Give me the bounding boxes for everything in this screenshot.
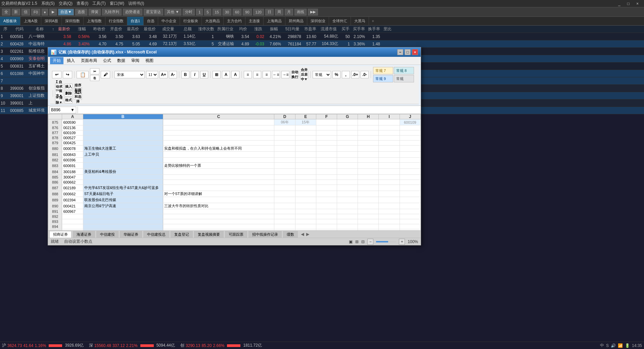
underline-btn[interactable]: U	[200, 71, 208, 78]
cell-885-A[interactable]: 300047	[62, 175, 83, 180]
cell-884-D[interactable]	[274, 169, 295, 175]
cell-888-A[interactable]: 000662	[62, 191, 83, 197]
excel-close-btn[interactable]: ×	[412, 49, 418, 55]
cell-875-D[interactable]: 06年	[274, 119, 295, 125]
cell-876-E[interactable]	[295, 125, 316, 130]
cell-882-F[interactable]	[316, 158, 337, 163]
indent-increase-btn[interactable]: →≡	[281, 71, 289, 78]
cell-891-D[interactable]	[274, 209, 295, 214]
tab-sz-startup[interactable]: 深圳创业	[307, 17, 329, 25]
btn-radar[interactable]: 星宝雷达	[144, 9, 163, 15]
cell-889-A[interactable]: 002394	[62, 197, 83, 203]
excel-restore-btn[interactable]: □	[405, 49, 411, 55]
menu-window[interactable]: 窗口(W)	[110, 1, 124, 6]
cell-883-G[interactable]	[337, 163, 358, 169]
sheet-tab-track[interactable]: 可跟踪票	[225, 231, 247, 238]
cell-887-J[interactable]	[400, 185, 420, 191]
btn-f0[interactable]: F0	[31, 9, 40, 15]
excel-menu-formula[interactable]: 公式	[100, 57, 114, 64]
font-family-select[interactable]: 宋体	[114, 71, 145, 78]
btn-play[interactable]: ▶	[49, 9, 57, 15]
grid-row-886[interactable]: 886600662	[48, 180, 421, 185]
align-right-btn[interactable]: ≡	[263, 71, 271, 78]
grid-row-893[interactable]: 893	[48, 219, 421, 224]
cell-892-G[interactable]	[337, 214, 358, 219]
cell-881-F[interactable]	[316, 152, 337, 158]
cell-882-I[interactable]	[379, 158, 400, 163]
grid-row-892[interactable]: 892	[48, 214, 421, 219]
cell-883-J[interactable]	[400, 163, 420, 169]
add-tab-btn[interactable]: +	[369, 17, 377, 25]
cell-876-H[interactable]	[358, 125, 379, 130]
paste-btn[interactable]: 📋	[77, 71, 89, 78]
win-minimize[interactable]: _	[618, 1, 620, 6]
excel-menu-view[interactable]: 视图	[143, 57, 156, 64]
tab-industry-sector[interactable]: 行业板块	[180, 17, 202, 25]
cell-875-I[interactable]	[379, 119, 400, 125]
grid-row-884[interactable]: 884300188美亚柏科&粤桂股份	[48, 169, 421, 175]
percent-btn[interactable]: %	[332, 71, 340, 78]
cell-890-B[interactable]: 南京公用&宁沪高速	[83, 203, 163, 209]
cell-888-F[interactable]	[316, 191, 337, 197]
cell-891-G[interactable]	[337, 209, 358, 214]
cell-877-I[interactable]	[379, 130, 400, 135]
tab-main-chain[interactable]: 主连接	[245, 17, 264, 25]
btn-diamond[interactable]: ♦	[42, 9, 48, 15]
cell-886-G[interactable]	[337, 180, 358, 185]
cell-891-B[interactable]	[83, 209, 163, 214]
cell-885-H[interactable]	[358, 175, 379, 180]
number-format-select[interactable]: 常规	[313, 71, 331, 78]
tab-sz-a[interactable]: 深圳A股	[41, 17, 62, 25]
cell-883-H[interactable]	[358, 163, 379, 169]
decimal-increase-btn[interactable]: .0+	[351, 71, 359, 78]
cell-892-F[interactable]	[316, 214, 337, 219]
cell-890-D[interactable]	[274, 203, 295, 209]
btn-5min[interactable]: 5	[204, 9, 211, 15]
cell-884-J[interactable]	[400, 169, 420, 175]
btn-trend[interactable]: 趋势通道	[123, 9, 142, 15]
cell-884-G[interactable]	[337, 169, 358, 175]
cell-887-B[interactable]: 中光学&ST友谊&恒生电子&ST庞大&妙可蓝多	[83, 185, 163, 191]
cell-876-D[interactable]	[274, 125, 295, 130]
cell-880-H[interactable]	[358, 146, 379, 152]
cell-888-I[interactable]	[379, 191, 400, 197]
cell-877-H[interactable]	[358, 130, 379, 135]
tab-zhengzhou[interactable]: 郑州商品	[285, 17, 307, 25]
font-size-select[interactable]: 11	[146, 71, 158, 78]
tab-sh-a[interactable]: 上海A股	[20, 17, 41, 25]
cell-884-C[interactable]	[163, 169, 274, 175]
view-layout-btn[interactable]: ⊞	[355, 239, 359, 244]
zoom-in-btn[interactable]: +	[399, 239, 405, 245]
cell-889-D[interactable]	[274, 197, 295, 203]
cell-881-B[interactable]: 上工申贝	[83, 152, 163, 158]
cell-875-B[interactable]	[83, 119, 163, 125]
btn-message[interactable]: 信	[21, 9, 30, 15]
tab-classic-stocks[interactable]: 大连商品	[202, 17, 224, 25]
cell-880-F[interactable]	[316, 146, 337, 152]
cell-880-J[interactable]	[400, 146, 420, 152]
cell-885-C[interactable]	[163, 175, 274, 180]
align-left-btn[interactable]: ≡	[244, 71, 252, 78]
cell-883-A[interactable]: 600691	[62, 163, 83, 169]
cell-880-I[interactable]	[379, 146, 400, 152]
cell-887-H[interactable]	[358, 185, 379, 191]
btn-new[interactable]: 新	[12, 9, 20, 15]
cell-877-J[interactable]	[400, 130, 420, 135]
cell-880-B[interactable]: 海王生物&大连重工	[83, 146, 163, 152]
cell-881-E[interactable]	[295, 152, 316, 158]
menu-system[interactable]: 系统(S)	[41, 1, 55, 6]
menu-view[interactable]: 查看(I)	[77, 1, 88, 6]
cell-882-A[interactable]: 600396	[62, 158, 83, 163]
cell-887-E[interactable]	[295, 185, 316, 191]
clear-btn[interactable]: ✕ 清除▼	[55, 97, 63, 103]
btn-weekly[interactable]: 周	[275, 9, 283, 15]
btn-select-stock[interactable]: 选股	[75, 9, 87, 15]
btn-60min[interactable]: 60	[233, 9, 241, 15]
btn-minute[interactable]: 分时	[183, 9, 195, 15]
cell-884-A[interactable]: 300188	[62, 169, 83, 175]
btn-other[interactable]: 其他 ▼	[165, 9, 181, 15]
excel-minimize-btn[interactable]: −	[397, 49, 403, 55]
grid-row-877[interactable]: 877600109	[48, 130, 421, 135]
cell-876-C[interactable]	[163, 125, 274, 130]
cell-879-E[interactable]	[295, 141, 316, 146]
